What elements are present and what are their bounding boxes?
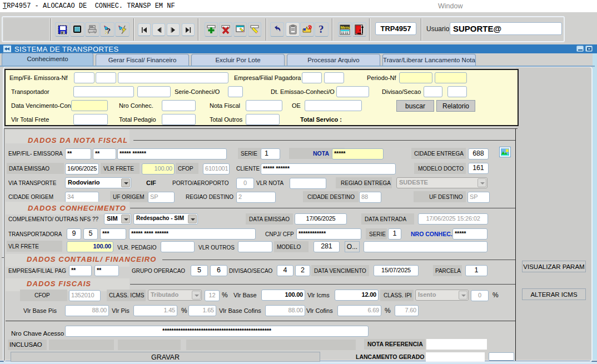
svg-text:?: ?: [106, 27, 111, 35]
svg-text:Menu: Menu: [341, 25, 351, 29]
svg-text:?: ?: [319, 24, 324, 35]
